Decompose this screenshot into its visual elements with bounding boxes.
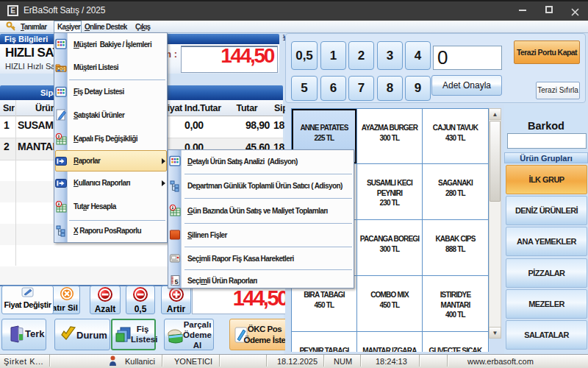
svg-text:5: 5 [175,278,179,286]
